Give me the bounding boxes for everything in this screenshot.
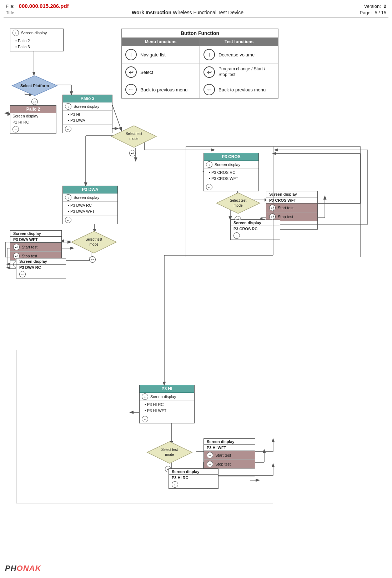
top-sd-title: Screen display — [21, 31, 47, 35]
page-value: 5 / 15 — [375, 10, 386, 15]
back-icon-p3hi: ← — [142, 416, 148, 422]
p3-cros-item-1: • P3 CROS RC — [209, 170, 256, 176]
p3-hi-item-1: • P3 HI RC — [145, 402, 192, 408]
logo-onak: ONAK — [17, 564, 41, 573]
enter-icon-stm-top: ↩ — [129, 150, 136, 156]
p3-cros-rc-back: ← — [231, 232, 280, 240]
file-label: File: — [6, 4, 15, 9]
title-content: Work Instruction Wireless Functional Tes… — [16, 10, 360, 15]
p3-hi-rc-box: Screen display P3 HI RC ← — [169, 468, 218, 489]
p3-hi-wft-stop-label: Stop test — [215, 462, 231, 466]
palio2-name: Palio 2 — [10, 106, 56, 113]
p3-cros-wft-start: ↩ Start test — [266, 203, 317, 212]
palio2-back: ← — [10, 125, 56, 133]
palio3-sd-header: ↓ Screen display — [63, 102, 112, 111]
back-icon-palio3: ← — [65, 126, 71, 132]
select-test-mode-hi: Select test mode — [146, 441, 193, 464]
p3-dwa-box: P3 DWA ↓ Screen display • P3 DWA RC • P3… — [62, 186, 118, 224]
down-icon: ↓ — [12, 30, 19, 36]
palio2-sd-item: P2 HI RC — [10, 119, 56, 125]
enter-icon-dwa-stm: ↩ — [89, 256, 96, 263]
palio2-sd-label: Screen display — [10, 113, 56, 119]
p3-cros-name: P3 CROS — [204, 153, 258, 161]
palio3-box: Palio 3 ↓ Screen display • P3 HI • P3 DW… — [62, 95, 112, 133]
p3-dwa-wft-subtitle: P3 DWA WFT — [10, 237, 61, 243]
p3-hi-rc-back: ← — [169, 481, 218, 488]
enter-icon-dwa: ↩ — [89, 256, 96, 263]
p3-dwa-wft-title: Screen display — [10, 231, 61, 237]
top-sd-item-2: • Palio 3 — [15, 44, 60, 50]
palio3-items: • P3 HI • P3 DWA — [63, 111, 112, 125]
p3-cros-sd-label: Screen display — [215, 162, 240, 167]
svg-text:Select test: Select test — [126, 132, 142, 136]
enter-icon-stm: ↩ — [129, 150, 136, 156]
header: File: 000.000.015.286.pdf Version: 2 Tit… — [0, 0, 392, 17]
back-icon-p3dwa: ← — [65, 217, 71, 223]
down-icon-p3hi: ↓ — [142, 393, 148, 400]
p3-dwa-name: P3 DWA — [63, 186, 117, 193]
version-value: 2 — [384, 4, 386, 9]
enter-icon-hi-stop: ↩ — [207, 461, 213, 467]
palio2-box: Palio 2 Screen display P2 HI RC ← — [10, 105, 56, 134]
p3-cros-rc-box: Screen display P3 CROS RC ← — [230, 220, 280, 240]
p3-dwa-item-2: • P3 DWA WFT — [68, 208, 115, 215]
flowchart: ↓ ↓ Screen display • Palio 2 • Palio 3 S… — [4, 29, 387, 575]
p3-dwa-item-1: • P3 DWA RC — [68, 202, 115, 208]
p3-dwa-rc-back: ← — [16, 270, 66, 278]
p3-dwa-wft-stop-label: Stop test — [22, 254, 37, 258]
select-test-mode-cros: Select test mode — [216, 192, 261, 214]
back-icon-palio2: ← — [12, 126, 19, 132]
svg-text:Select test: Select test — [230, 198, 247, 202]
enter-icon-platform: ↩ — [31, 99, 38, 105]
p3-hi-back: ← — [140, 415, 194, 423]
down-icon-p3dwa: ↓ — [65, 194, 71, 201]
select-test-mode-dwa: Select test mode — [71, 231, 117, 254]
p3-dwa-rc-box: Screen display P3 DWA RC ← — [16, 258, 66, 278]
p3-cros-rc-title: Screen display — [231, 220, 280, 226]
select-test-mode-top: Select test mode — [111, 125, 157, 148]
enter-icon: ↩ — [31, 99, 38, 105]
p3-hi-wft-stop: ↩ Stop test — [204, 460, 255, 469]
p3-dwa-wft-start-label: Start test — [22, 245, 37, 249]
p3-dwa-rc-title: Screen display — [16, 258, 66, 265]
down-icon-palio3: ↓ — [65, 103, 71, 110]
svg-text:mode: mode — [129, 137, 138, 141]
svg-text:mode: mode — [165, 453, 174, 457]
p3-hi-section-border — [16, 350, 273, 503]
p3-cros-back: ← — [204, 183, 258, 191]
p3-hi-wft-start: ↩ Start test — [204, 451, 255, 460]
p3-hi-items: • P3 HI RC • P3 HI WFT — [140, 401, 194, 415]
enter-icon-cros-stop: ↩ — [269, 213, 276, 220]
top-screen-display: ↓ ↓ Screen display • Palio 2 • Palio 3 — [10, 29, 64, 51]
palio3-item-2: • P3 DWA — [68, 117, 110, 124]
top-sd-header: ↓ ↓ Screen display — [10, 29, 63, 37]
back-icon-cros-rc: ← — [233, 232, 240, 239]
palio3-item-1: • P3 HI — [68, 111, 110, 117]
p3-hi-wft-subtitle: P3 HI WFT — [204, 445, 255, 451]
p3-dwa-sd-header: ↓ Screen display — [63, 193, 117, 202]
top-sd-body: • Palio 2 • Palio 3 — [10, 37, 63, 51]
p3-hi-rc-title: Screen display — [169, 469, 218, 475]
palio3-back: ← — [63, 125, 112, 133]
p3-cros-items: • P3 CROS RC • P3 CROS WFT — [204, 169, 258, 183]
back-icon-dwa-rc: ← — [19, 271, 26, 277]
p3-cros-rc-subtitle: P3 CROS RC — [231, 226, 280, 232]
page-label: Page: — [360, 10, 372, 15]
p3-cros-wft-start-label: Start test — [278, 206, 293, 210]
p3-hi-wft-title: Screen display — [204, 439, 255, 445]
down-icon-p3cros: ↓ — [206, 161, 212, 168]
p3-dwa-back: ← — [63, 216, 117, 224]
p3-cros-sd-header: ↓ Screen display — [204, 161, 258, 169]
p3-hi-sd-header: ↓ Screen display — [140, 393, 194, 401]
p3-hi-item-2: • P3 HI WFT — [145, 408, 192, 414]
p3-hi-rc-subtitle: P3 HI RC — [169, 475, 218, 481]
enter-icon-hi-start: ↩ — [207, 452, 213, 458]
p3-dwa-sd-label: Screen display — [74, 195, 99, 200]
enter-icon-cros-start: ↩ — [269, 205, 276, 211]
p3-dwa-rc-subtitle: P3 DWA RC — [16, 265, 66, 270]
p3-cros-wft-title: Screen display — [266, 191, 317, 197]
version-label: Version: — [364, 4, 381, 9]
palio3-name: Palio 3 — [63, 95, 112, 102]
top-sd-item-1: • Palio 2 — [15, 38, 60, 44]
p3-hi-sd-label: Screen display — [150, 394, 176, 399]
